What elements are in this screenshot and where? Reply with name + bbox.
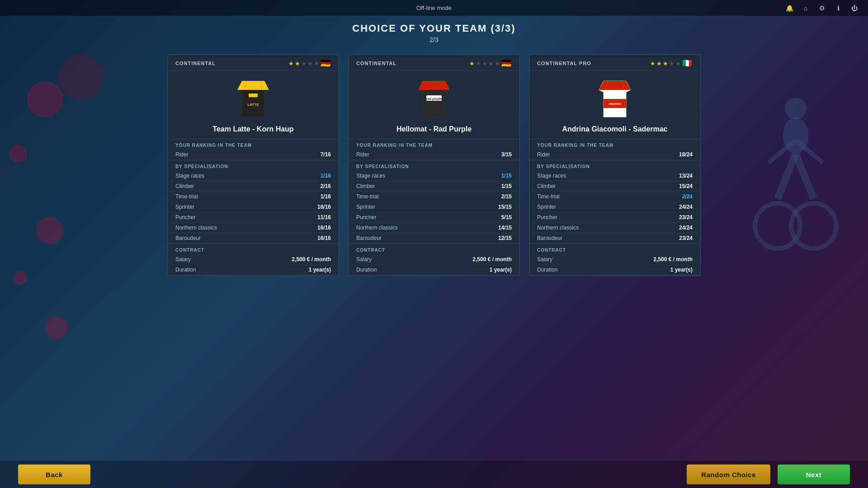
specialisation-row: Baroudeur 23/24	[530, 233, 700, 244]
spec-label: Northern classics	[175, 225, 217, 231]
specialisation-row: Climber 15/24	[530, 181, 700, 192]
rider-label: Rider	[356, 151, 369, 158]
card-flag: 🇩🇪	[320, 60, 331, 67]
specialisation-row: Puncher 23/24	[530, 212, 700, 223]
star-1: ★	[656, 60, 662, 67]
card-header: CONTINENTAL PRO ★★★★★ 🇮🇹	[530, 55, 700, 71]
duration-label: Duration	[175, 267, 196, 273]
specialisation-row: Stage races 13/24	[530, 171, 700, 181]
svg-rect-12	[249, 94, 258, 97]
ranking-section-label: YOUR RANKING IN THE TEAM	[168, 139, 338, 150]
spec-label: Time-trial	[175, 193, 198, 200]
star-3: ★	[488, 60, 494, 67]
spec-value: 16/16	[317, 235, 331, 241]
spec-label: Stage races	[356, 173, 385, 179]
specialisation-section-label: BY SPECIALISATION	[349, 160, 519, 171]
salary-row: Salary 2,500 € / month	[530, 254, 700, 265]
rider-value: 7/16	[321, 151, 331, 158]
rider-label: Rider	[175, 151, 189, 158]
bell-icon[interactable]: 🔔	[785, 4, 794, 13]
spec-label: Stage races	[175, 173, 204, 179]
duration-label: Duration	[537, 267, 557, 273]
top-bar: Off-line mode 🔔 ⌂ ⚙ ℹ ⏻	[0, 0, 868, 16]
spec-label: Sprinter	[175, 204, 194, 210]
team-card-0[interactable]: CONTINENTAL ★★★★★ 🇩🇪 LATTE Team Latte - …	[167, 54, 339, 276]
specialisation-section-label: BY SPECIALISATION	[168, 160, 338, 171]
spec-label: Northern classics	[537, 225, 579, 231]
duration-value: 1 year(s)	[309, 267, 331, 273]
spec-value: 1/15	[501, 183, 512, 189]
specialisation-row: Climber 1/15	[349, 181, 519, 192]
svg-text:rad-purple: rad-purple	[426, 97, 442, 101]
right-buttons: Random Choice Next	[687, 465, 850, 484]
salary-row: Salary 2,500 € / month	[168, 254, 338, 265]
ranking-section-label: YOUR RANKING IN THE TEAM	[349, 139, 519, 150]
contract-section-label: CONTRACT	[530, 244, 700, 254]
spec-value: 2/15	[501, 193, 512, 200]
power-icon[interactable]: ⏻	[850, 4, 859, 13]
spec-label: Climber	[175, 183, 194, 189]
svg-marker-9	[244, 81, 262, 90]
duration-value: 1 year(s)	[670, 267, 693, 273]
star-0: ★	[288, 60, 294, 67]
circle-6	[45, 316, 68, 339]
team-card-2[interactable]: CONTINENTAL PRO ★★★★★ 🇮🇹 ANDRINA Andrina…	[529, 54, 701, 276]
jersey-area: LATTE	[168, 71, 338, 125]
spec-value: 13/24	[679, 173, 693, 179]
settings-icon[interactable]: ⚙	[817, 4, 826, 13]
salary-label: Salary	[537, 256, 552, 263]
contract-section-label: CONTRACT	[168, 244, 338, 254]
jersey-area: ANDRINA	[530, 71, 700, 125]
spec-value: 15/24	[679, 183, 693, 189]
specialisation-row: Puncher 11/16	[168, 212, 338, 223]
star-2: ★	[482, 60, 487, 67]
ranking-section-label: YOUR RANKING IN THE TEAM	[530, 139, 700, 150]
star-4: ★	[314, 60, 319, 67]
specialisation-row: Baroudeur 12/15	[349, 233, 519, 244]
mode-label: Off-line mode	[416, 5, 452, 11]
info-icon[interactable]: ℹ	[834, 4, 843, 13]
rider-row: Rider 18/24	[530, 150, 700, 160]
duration-label: Duration	[356, 267, 377, 273]
svg-text:ANDRINA: ANDRINA	[609, 103, 621, 105]
spec-value: 1/16	[321, 193, 331, 200]
team-name: Hellomat - Rad Purple	[349, 125, 519, 139]
card-stars: ★★★★★ 🇩🇪	[288, 60, 331, 67]
team-name: Team Latte - Korn Haup	[168, 125, 338, 139]
spec-label: Puncher	[537, 214, 557, 221]
spec-value: 16/16	[317, 225, 331, 231]
team-card-1[interactable]: CONTINENTAL ★★★★★ 🇩🇪 rad-purple Hellomat…	[348, 54, 520, 276]
spec-label: Baroudeur	[537, 235, 562, 241]
random-choice-button[interactable]: Random Choice	[687, 465, 770, 484]
salary-row: Salary 2,500 € / month	[349, 254, 519, 265]
card-tier: CONTINENTAL	[175, 61, 216, 66]
spec-label: Sprinter	[537, 204, 556, 210]
home-icon[interactable]: ⌂	[801, 4, 810, 13]
rider-value: 18/24	[679, 151, 693, 158]
spec-value: 15/15	[498, 204, 512, 210]
specialisation-section-label: BY SPECIALISATION	[530, 160, 700, 171]
spec-value: 2/16	[321, 183, 331, 189]
back-button[interactable]: Back	[18, 465, 90, 484]
star-2: ★	[301, 60, 307, 67]
spec-label: Puncher	[175, 214, 196, 221]
rider-row: Rider 7/16	[168, 150, 338, 160]
card-stars: ★★★★★ 🇮🇹	[650, 60, 693, 67]
title-section: CHOICE OF YOUR TEAM (3/3) 2/3	[0, 16, 868, 45]
salary-value: 2,500 € / month	[472, 256, 512, 263]
spec-value: 1/16	[321, 173, 331, 179]
spec-label: Time-trial	[356, 193, 379, 200]
duration-row: Duration 1 year(s)	[349, 265, 519, 275]
duration-row: Duration 1 year(s)	[168, 265, 338, 275]
spec-label: Stage races	[537, 173, 566, 179]
star-4: ★	[495, 60, 500, 67]
next-button[interactable]: Next	[778, 465, 850, 484]
contract-section-label: CONTRACT	[349, 244, 519, 254]
spec-label: Climber	[356, 183, 375, 189]
card-flag: 🇩🇪	[501, 60, 512, 67]
offline-mode-text: Off-line mode	[416, 5, 452, 11]
star-0: ★	[650, 60, 656, 67]
rider-row: Rider 3/15	[349, 150, 519, 160]
specialisation-row: Northern classics 16/16	[168, 223, 338, 233]
spec-label: Climber	[537, 183, 556, 189]
